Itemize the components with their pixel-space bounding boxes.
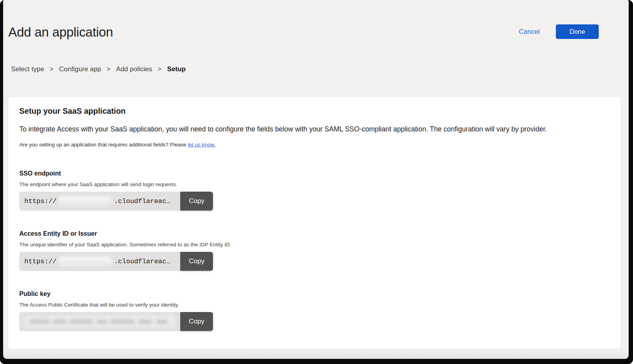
entity-id-value-row: https:// .cloudflareac… Copy	[19, 252, 213, 271]
breadcrumb-separator: >	[50, 65, 54, 73]
help-text: Are you setting up an application that r…	[19, 141, 216, 148]
breadcrumb-separator: >	[107, 65, 111, 73]
page-title: Add an application	[8, 24, 113, 40]
help-text-prefix: Are you setting up an application that r…	[19, 142, 186, 148]
window-frame: Add an application Cancel Done Select ty…	[0, 0, 633, 364]
field-sso-endpoint: SSO endpoint The endpoint where your Saa…	[19, 169, 295, 211]
field-description: The Access Public Certificate that will …	[19, 302, 295, 308]
let-us-know-link[interactable]: let us know.	[188, 142, 216, 148]
intro-text: To integrate Access with your SaaS appli…	[19, 124, 610, 134]
done-button[interactable]: Done	[556, 24, 599, 39]
copy-button[interactable]: Copy	[180, 192, 213, 211]
setup-card: Setup your SaaS application To integrate…	[8, 96, 621, 349]
redacted-segment	[24, 316, 176, 327]
breadcrumb-step-setup: Setup	[167, 65, 185, 73]
breadcrumb-step-add-policies[interactable]: Add policies	[116, 65, 152, 73]
header-actions: Cancel Done	[519, 24, 599, 39]
page-background: Add an application Cancel Done Select ty…	[3, 0, 629, 359]
field-label: Access Entity ID or Issuer	[19, 229, 295, 238]
field-description: The endpoint where your SaaS application…	[19, 181, 295, 188]
breadcrumb-separator: >	[157, 65, 161, 73]
card-title: Setup your SaaS application	[19, 106, 126, 116]
copy-button[interactable]: Copy	[180, 252, 213, 271]
value-suffix: .cloudflareac…	[114, 258, 170, 265]
value-prefix: https://	[24, 198, 57, 205]
breadcrumb-step-configure-app[interactable]: Configure app	[59, 65, 101, 73]
value-suffix: .cloudflareac…	[114, 198, 170, 205]
redacted-segment	[58, 196, 113, 206]
value-prefix: https://	[24, 258, 57, 265]
breadcrumb-step-select-type[interactable]: Select type	[11, 65, 44, 73]
public-key-value	[19, 312, 180, 331]
breadcrumb: Select type > Configure app > Add polici…	[11, 65, 186, 73]
field-public-key: Public key The Access Public Certificate…	[19, 290, 295, 331]
cancel-button[interactable]: Cancel	[519, 28, 540, 36]
copy-button[interactable]: Copy	[180, 312, 213, 331]
field-description: The unique identifier of your SaaS appli…	[19, 242, 295, 248]
entity-id-value: https:// .cloudflareac…	[19, 252, 180, 271]
sso-endpoint-value: https:// .cloudflareac…	[19, 192, 180, 211]
sso-endpoint-value-row: https:// .cloudflareac… Copy	[19, 192, 213, 211]
field-access-entity-id: Access Entity ID or Issuer The unique id…	[19, 229, 295, 271]
field-label: Public key	[19, 290, 295, 298]
redacted-segment	[58, 256, 113, 266]
field-label: SSO endpoint	[19, 169, 295, 177]
public-key-value-row: Copy	[19, 312, 213, 331]
